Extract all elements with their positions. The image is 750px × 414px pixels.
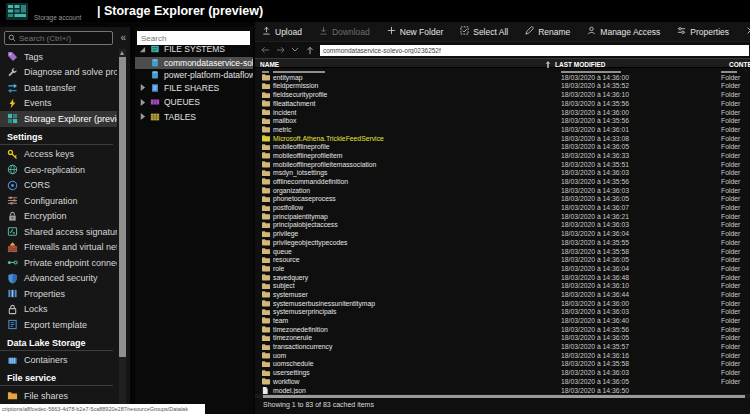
file-row-systemuserprincipals[interactable]: systemuserprincipals18/03/2020 à 14:36:0… bbox=[255, 308, 750, 317]
file-row-incident[interactable]: incident18/03/2020 à 14:36:00Folder bbox=[255, 108, 750, 117]
file-row-entitymap[interactable]: entitymap18/03/2020 à 14:36:00Folder bbox=[255, 73, 750, 82]
tree-node-file-systems[interactable]: FILE SYSTEMS bbox=[135, 42, 253, 57]
sidebar-item-file-shares[interactable]: File shares bbox=[0, 388, 117, 404]
expander-collapsed-icon[interactable] bbox=[138, 84, 146, 91]
tree-node-commondataservice-solevo-org0236252f[interactable]: commondataservice-solevo-org0236252f bbox=[135, 57, 253, 69]
sidebar-item-events[interactable]: Events bbox=[0, 96, 117, 112]
rename-button[interactable]: Rename bbox=[525, 26, 570, 37]
sidebar-item-data-transfer[interactable]: Data transfer bbox=[0, 80, 117, 96]
up-directory-icon[interactable] bbox=[305, 46, 315, 55]
upload-button[interactable]: Upload bbox=[262, 26, 302, 37]
tree-node-file-shares[interactable]: FILE SHARES bbox=[135, 81, 253, 96]
file-content-type: Folder bbox=[721, 369, 740, 376]
sidebar-scrollbar[interactable] bbox=[119, 49, 126, 414]
file-row-timezonedefinition[interactable]: timezonedefinition18/03/2020 à 14:35:56F… bbox=[255, 325, 750, 334]
file-row-postfollow[interactable]: postfollow18/03/2020 à 14:36:07Folder bbox=[255, 203, 750, 212]
file-row-timezonerule[interactable]: timezonerule18/03/2020 à 14:36:05Folder bbox=[255, 334, 750, 343]
file-row-uomschedule[interactable]: uomschedule18/03/2020 à 14:35:58Folder bbox=[255, 360, 750, 369]
sidebar-item-containers[interactable]: Containers bbox=[0, 353, 117, 369]
file-row-privilegeobjecttypecodes[interactable]: privilegeobjecttypecodes18/03/2020 à 14:… bbox=[255, 238, 750, 247]
sidebar-item-encryption[interactable]: Encryption bbox=[0, 209, 117, 225]
file-row-offlinecommanddefinition[interactable]: offlinecommanddefinition18/03/2020 à 14:… bbox=[255, 177, 750, 186]
file-row-team[interactable]: team18/03/2020 à 14:36:40Folder bbox=[255, 316, 750, 325]
sidebar-item-cors[interactable]: CORS bbox=[0, 178, 117, 194]
file-row-queue[interactable]: queue18/03/2020 à 14:35:58Folder bbox=[255, 247, 750, 256]
scroll-up-arrow-icon[interactable] bbox=[120, 51, 124, 55]
horizontal-scrollbar-thumb[interactable] bbox=[263, 395, 745, 398]
file-row-uom[interactable]: uom18/03/2020 à 14:36:16Folder bbox=[255, 351, 750, 360]
folder-icon bbox=[262, 300, 270, 307]
tree-node-label: FILE SHARES bbox=[164, 83, 219, 93]
upload-icon bbox=[262, 26, 271, 37]
sidebar-item-diagnose-and-solve-problems[interactable]: Diagnose and solve problems bbox=[0, 65, 117, 81]
column-header-name[interactable]: NAME bbox=[260, 61, 279, 68]
address-input[interactable] bbox=[320, 45, 749, 56]
sidebar-item-export-template[interactable]: Export template bbox=[0, 317, 117, 333]
file-row-systemuser[interactable]: systemuser18/03/2020 à 14:36:44Folder bbox=[255, 290, 750, 299]
horizontal-scrollbar[interactable] bbox=[255, 394, 750, 398]
file-row-fieldsecurityprofile[interactable]: fieldsecurityprofile18/03/2020 à 14:36:1… bbox=[255, 90, 750, 99]
tree-node-tables[interactable]: TABLES bbox=[135, 110, 253, 125]
file-row-mobileofflineprofile[interactable]: mobileofflineprofile18/03/2020 à 14:36:0… bbox=[255, 143, 750, 152]
file-row-fieldpermission[interactable]: fieldpermission18/03/2020 à 14:35:52Fold… bbox=[255, 82, 750, 91]
file-row-principalentitymap[interactable]: principalentitymap18/03/2020 à 14:36:21F… bbox=[255, 212, 750, 221]
file-row-mailbox[interactable]: mailbox18/03/2020 à 14:35:56Folder bbox=[255, 116, 750, 125]
folder-icon bbox=[262, 370, 270, 377]
sidebar-item-firewalls-and-virtual-networks[interactable]: Firewalls and virtual networks bbox=[0, 240, 117, 256]
file-row-microsoft-athena-tricklefeedservice[interactable]: Microsoft.Athena.TrickleFeedService18/03… bbox=[255, 134, 750, 143]
file-row-fileattachment[interactable]: fileattachment18/03/2020 à 14:35:56Folde… bbox=[255, 99, 750, 108]
sidebar-search[interactable] bbox=[4, 31, 113, 45]
file-row-phonetocaseprocess[interactable]: phonetocaseprocess18/03/2020 à 14:36:05F… bbox=[255, 195, 750, 204]
file-last-modified: 18/03/2020 à 14:35:55 bbox=[561, 239, 629, 246]
sidebar-item-storage-explorer-preview[interactable]: Storage Explorer (preview) bbox=[0, 111, 117, 127]
file-row-resource[interactable]: resource18/03/2020 à 14:36:05Folder bbox=[255, 255, 750, 264]
file-row-transactioncurrency[interactable]: transactioncurrency18/03/2020 à 14:35:57… bbox=[255, 342, 750, 351]
file-row-workflow[interactable]: workflow18/03/2020 à 14:36:05Folder bbox=[255, 377, 750, 386]
sidebar-search-input[interactable] bbox=[19, 34, 109, 43]
sidebar-scrollbar-thumb[interactable] bbox=[119, 57, 126, 357]
column-header-content-type[interactable]: CONTENT TYPE bbox=[729, 61, 750, 68]
manage-access-button[interactable]: Manage Access bbox=[587, 26, 660, 37]
forward-icon[interactable] bbox=[275, 46, 285, 54]
tree-node-power-platform-dataflows[interactable]: power-platform-dataflows bbox=[135, 69, 253, 81]
file-name: queue bbox=[273, 248, 292, 255]
expander-expanded-icon[interactable] bbox=[138, 46, 146, 53]
file-row-mobileofflineprofileitemassociation[interactable]: mobileofflineprofileitemassociation18/03… bbox=[255, 160, 750, 169]
file-row-role[interactable]: role18/03/2020 à 14:36:04Folder bbox=[255, 264, 750, 273]
file-content-type: Folder bbox=[721, 317, 740, 324]
expander-collapsed-icon[interactable] bbox=[138, 113, 146, 120]
select-all-button[interactable]: Select All bbox=[460, 26, 508, 37]
file-row-usersettings[interactable]: usersettings18/03/2020 à 14:36:03Folder bbox=[255, 368, 750, 377]
file-row-organization[interactable]: organization18/03/2020 à 14:36:03Folder bbox=[255, 186, 750, 195]
sidebar-item-configuration[interactable]: Configuration bbox=[0, 193, 117, 209]
expander-collapsed-icon[interactable] bbox=[138, 99, 146, 106]
properties-button[interactable]: Properties bbox=[677, 26, 729, 37]
file-row-privilege[interactable]: privilege18/03/2020 à 14:36:04Folder bbox=[255, 229, 750, 238]
download-button[interactable]: Download bbox=[319, 26, 370, 37]
sidebar-item-access-keys[interactable]: Access keys bbox=[0, 147, 117, 163]
sidebar-item-label: Events bbox=[24, 98, 52, 108]
sidebar-item-shared-access-signature[interactable]: Shared access signature bbox=[0, 224, 117, 240]
sidebar-item-tags[interactable]: Tags bbox=[0, 49, 117, 65]
new-folder-button[interactable]: New Folder bbox=[387, 26, 443, 37]
file-row-msdyn-iotsettings[interactable]: msdyn_iotsettings18/03/2020 à 14:36:03Fo… bbox=[255, 169, 750, 178]
file-row-systemuserbusinessunitentitymap[interactable]: systemuserbusinessunitentitymap18/03/202… bbox=[255, 299, 750, 308]
file-row-subject[interactable]: subject18/03/2020 à 14:36:10Folder bbox=[255, 282, 750, 291]
column-header-last-modified[interactable]: LAST MODIFIED bbox=[555, 61, 606, 68]
sidebar-item-locks[interactable]: Locks bbox=[0, 302, 117, 318]
sidebar-item-advanced-security[interactable]: Advanced security bbox=[0, 271, 117, 287]
download-icon bbox=[319, 26, 328, 37]
file-row-savedquery[interactable]: savedquery18/03/2020 à 14:36:48Folder bbox=[255, 273, 750, 282]
sidebar-item-geo-replication[interactable]: Geo-replication bbox=[0, 162, 117, 178]
file-row-metric[interactable]: metric18/03/2020 à 14:36:01Folder bbox=[255, 125, 750, 134]
back-icon[interactable] bbox=[260, 46, 270, 54]
file-last-modified: 18/03/2020 à 14:36:10 bbox=[561, 282, 629, 289]
sidebar-item-properties[interactable]: Properties bbox=[0, 286, 117, 302]
tree-node-queues[interactable]: QUEUES bbox=[135, 95, 253, 110]
delete-button[interactable]: Delete bbox=[746, 26, 750, 37]
file-row-mobileofflineprofileitem[interactable]: mobileofflineprofileitem18/03/2020 à 14:… bbox=[255, 151, 750, 160]
chevron-down-icon[interactable] bbox=[290, 47, 300, 53]
sidebar-item-private-endpoint-connections[interactable]: Private endpoint connections bbox=[0, 255, 117, 271]
sidebar-collapse-button[interactable]: « bbox=[120, 31, 126, 45]
file-row-principalobjectaccess[interactable]: principalobjectaccess18/03/2020 à 14:36:… bbox=[255, 221, 750, 230]
